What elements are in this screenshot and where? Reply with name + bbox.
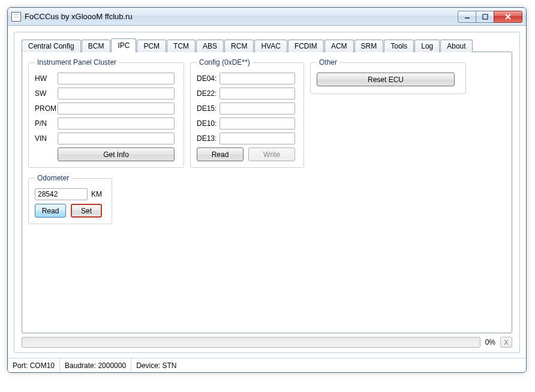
reset-ecu-button[interactable]: Reset ECU bbox=[317, 73, 455, 86]
config-write-button[interactable]: Write bbox=[248, 147, 295, 161]
window-title: FoCCCus by xGloooM ffclub.ru bbox=[25, 12, 458, 21]
other-group: Other Reset ECU bbox=[310, 58, 466, 94]
tab-hvac[interactable]: HVAC bbox=[254, 40, 287, 52]
prom-label: PROM bbox=[35, 104, 58, 113]
tab-tcm[interactable]: TCM bbox=[167, 40, 196, 52]
odometer-set-button[interactable]: Set bbox=[71, 204, 102, 218]
status-baud: Baudrate: 2000000 bbox=[60, 358, 131, 372]
main-panel: Central Config BCM IPC PCM TCM ABS RCM H… bbox=[14, 32, 520, 353]
other-legend: Other bbox=[317, 58, 339, 67]
ipc-legend: Instrument Panel Cluster bbox=[35, 58, 119, 67]
pn-label: P/N bbox=[35, 119, 58, 128]
tab-acm[interactable]: ACM bbox=[324, 40, 354, 52]
progress-percent: 0% bbox=[485, 338, 495, 346]
pn-input[interactable] bbox=[58, 117, 175, 129]
odometer-legend: Odometer bbox=[35, 174, 71, 182]
tab-about[interactable]: About bbox=[440, 40, 472, 52]
tab-central-config[interactable]: Central Config bbox=[22, 40, 81, 52]
hw-label: HW bbox=[35, 74, 58, 83]
tab-pcm[interactable]: PCM bbox=[137, 40, 166, 52]
de04-label: DE04: bbox=[197, 74, 220, 83]
close-button[interactable] bbox=[494, 11, 522, 23]
progress-bar bbox=[22, 337, 480, 348]
tabpage-ipc: Instrument Panel Cluster HW SW PROM P/N … bbox=[22, 52, 512, 333]
progress-cancel-button[interactable]: X bbox=[500, 337, 512, 348]
de13-input[interactable] bbox=[220, 132, 295, 144]
de10-input[interactable] bbox=[220, 117, 295, 129]
config-read-button[interactable]: Read bbox=[197, 147, 244, 161]
de22-label: DE22: bbox=[197, 89, 220, 98]
de04-input[interactable] bbox=[220, 73, 295, 85]
tab-tools[interactable]: Tools bbox=[384, 40, 414, 52]
config-legend: Config (0xDE**) bbox=[197, 58, 253, 67]
sw-input[interactable] bbox=[58, 88, 175, 99]
minimize-button[interactable] bbox=[458, 11, 476, 23]
tab-ipc[interactable]: IPC bbox=[111, 38, 136, 52]
vin-input[interactable] bbox=[58, 132, 175, 144]
status-port: Port: COM10 bbox=[8, 358, 60, 372]
odometer-input[interactable] bbox=[35, 188, 88, 200]
svg-rect-1 bbox=[483, 14, 488, 19]
odometer-unit: KM bbox=[91, 190, 102, 198]
app-window: ∷ FoCCCus by xGloooM ffclub.ru Central C… bbox=[7, 7, 527, 373]
tabstrip: Central Config BCM IPC PCM TCM ABS RCM H… bbox=[22, 40, 512, 52]
odometer-group: Odometer KM Read Set bbox=[28, 174, 112, 224]
tab-srm[interactable]: SRM bbox=[354, 40, 384, 52]
de13-label: DE13: bbox=[197, 134, 220, 143]
progress-row: 0% X bbox=[22, 337, 512, 348]
de10-label: DE10: bbox=[197, 119, 220, 128]
config-group: Config (0xDE**) DE04: DE22: DE15: DE10: … bbox=[190, 58, 304, 168]
status-device: Device: STN bbox=[131, 358, 526, 372]
tab-log[interactable]: Log bbox=[414, 40, 440, 52]
instrument-panel-group: Instrument Panel Cluster HW SW PROM P/N … bbox=[28, 58, 184, 168]
app-icon: ∷ bbox=[11, 12, 21, 22]
titlebar[interactable]: ∷ FoCCCus by xGloooM ffclub.ru bbox=[8, 8, 526, 26]
tab-bcm[interactable]: BCM bbox=[82, 40, 111, 52]
maximize-button[interactable] bbox=[476, 11, 494, 23]
de15-input[interactable] bbox=[220, 102, 295, 114]
statusbar: Port: COM10 Baudrate: 2000000 Device: ST… bbox=[8, 358, 526, 372]
odometer-read-button[interactable]: Read bbox=[35, 204, 66, 218]
sw-label: SW bbox=[35, 89, 58, 98]
tab-abs[interactable]: ABS bbox=[196, 40, 224, 52]
tab-fcdim[interactable]: FCDIM bbox=[288, 40, 324, 52]
hw-input[interactable] bbox=[58, 73, 175, 85]
de15-label: DE15: bbox=[197, 104, 220, 113]
prom-input[interactable] bbox=[58, 102, 175, 114]
de22-input[interactable] bbox=[220, 88, 295, 99]
vin-label: VIN bbox=[35, 134, 58, 143]
get-info-button[interactable]: Get Info bbox=[58, 147, 175, 161]
window-buttons bbox=[458, 11, 522, 23]
client-area: Central Config BCM IPC PCM TCM ABS RCM H… bbox=[8, 26, 526, 353]
tab-rcm[interactable]: RCM bbox=[224, 40, 254, 52]
